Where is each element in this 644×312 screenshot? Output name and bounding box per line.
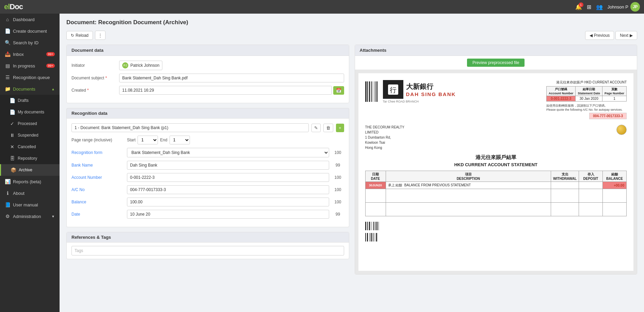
- recognition-queue-icon: ☰: [5, 75, 10, 80]
- sidebar-item-drafts[interactable]: 📄 Drafts: [0, 95, 60, 106]
- bank-mid: THE DECORUM REALTY LIMITED 1 Dumbarton R…: [365, 125, 627, 150]
- sidebar-item-administration[interactable]: ⚙ Administration ▼: [0, 210, 60, 222]
- sidebar-item-cancelled[interactable]: ✕ Cancelled: [0, 141, 60, 153]
- initiator-badge[interactable]: PJ Patrick Johnson: [119, 61, 162, 70]
- administration-icon: ⚙: [5, 214, 10, 219]
- inbox-badge: 99+: [46, 52, 55, 56]
- attachments-header: Attachments: [355, 45, 637, 56]
- ac-no-input[interactable]: [127, 185, 329, 194]
- sidebar-item-in-progress[interactable]: ▤ In progress 99+: [0, 60, 60, 72]
- drafts-icon: 📄: [10, 98, 15, 103]
- sidebar-label-repository: Repository: [18, 156, 37, 161]
- sidebar-item-inbox[interactable]: 📥 Inbox 99+: [0, 48, 60, 60]
- add-icon: +: [339, 125, 341, 130]
- sidebar-item-search-by-id[interactable]: 🔍 Search by ID: [0, 37, 60, 48]
- sidebar-item-my-documents[interactable]: 📄 My documents: [0, 106, 60, 118]
- account-table: 戶口號碼Account Number 結單日期Statement Date 頁數…: [546, 86, 627, 102]
- bank-logo-box: 行: [383, 80, 403, 99]
- document-subject-label: Document subject *: [71, 76, 116, 80]
- created-row: Created * 📅: [71, 86, 344, 95]
- initiator-row: Initiator PJ Patrick Johnson: [71, 61, 344, 70]
- recognition-add-button[interactable]: +: [336, 124, 344, 132]
- references-header: References & Tags: [67, 232, 349, 243]
- page-start-select[interactable]: 1: [138, 136, 158, 144]
- statement-title-zh: 港元往來賬戶結單: [365, 154, 627, 161]
- recognition-form-row: Recognition form Bank Statement_Dah Sing…: [71, 148, 344, 157]
- documents-icon: 📁: [5, 86, 10, 92]
- recognition-edit-button[interactable]: ✎: [311, 124, 321, 132]
- sidebar-item-dashboard[interactable]: ⌂ Dashboard: [0, 14, 60, 25]
- sidebar-label-user-manual: User manual: [13, 202, 38, 207]
- bank-name-input[interactable]: [127, 161, 329, 170]
- repository-icon: 🗄: [10, 156, 15, 161]
- initiator-avatar: PJ: [122, 62, 128, 68]
- archive-icon: 📦: [11, 167, 16, 173]
- page-end-select[interactable]: 1: [170, 136, 190, 144]
- sidebar-item-create-document[interactable]: 📄 Create document: [0, 25, 60, 37]
- references-body: [67, 243, 349, 259]
- grid-button[interactable]: ⊞: [587, 4, 591, 10]
- autopay-acno: 004-777-0017333-3: [589, 113, 627, 119]
- sidebar-item-about[interactable]: ℹ About: [0, 187, 60, 199]
- preview-preprocessed-button[interactable]: Preview preprocessed file: [467, 59, 525, 67]
- sidebar-item-repository[interactable]: 🗄 Repository: [0, 153, 60, 164]
- user-avatar: JP: [630, 2, 640, 12]
- inbox-icon: 📥: [5, 51, 10, 57]
- previous-button[interactable]: ◀ Previous: [585, 31, 614, 40]
- references-section: References & Tags: [66, 232, 349, 259]
- notification-button[interactable]: 🔔 1: [575, 4, 582, 10]
- dashboard-icon: ⌂: [5, 17, 10, 22]
- date-row: Date 99: [71, 210, 344, 219]
- user-info: Johnson P JP: [608, 2, 640, 12]
- page-end-label: End: [160, 138, 167, 142]
- tags-select[interactable]: [71, 246, 344, 255]
- sidebar-item-archive[interactable]: 📦 Archive: [0, 164, 60, 176]
- bank-document: 行 大新銀行 DAH SING BANK Tar Chee ROA: [358, 73, 634, 271]
- recognition-document-select[interactable]: 1 - Document: Bank Statement_Dah Sing Ba…: [71, 123, 309, 132]
- recognition-form-label: Recognition form: [71, 150, 124, 155]
- delete-icon: 🗑: [326, 125, 331, 130]
- sidebar-item-reports[interactable]: 📊 Reports (beta): [0, 176, 60, 187]
- sidebar-item-user-manual[interactable]: 📘 User manual: [0, 199, 60, 210]
- next-button[interactable]: Next ▶: [615, 31, 637, 40]
- page-number-cell: 1: [602, 96, 626, 102]
- address-block: THE DECORUM REALTY LIMITED 1 Dumbarton R…: [365, 125, 404, 150]
- page-range-inner: Start 1 End 1: [127, 136, 344, 144]
- sidebar-item-processed[interactable]: ✓ Processed: [0, 118, 60, 129]
- topnav: elDoc 🔔 1 ⊞ 👥 Johnson P JP: [0, 0, 644, 14]
- calendar-button[interactable]: 📅: [333, 86, 344, 95]
- sidebar-item-suspended[interactable]: ⏸ Suspended: [0, 129, 60, 141]
- sidebar-label-archive: Archive: [19, 168, 32, 172]
- sidebar-item-recognition-queue[interactable]: ☰ Recognition queue: [0, 72, 60, 83]
- prev-icon: ◀: [590, 33, 593, 38]
- bank-name-zh: 大新銀行: [406, 82, 456, 91]
- sidebar-label-cancelled: Cancelled: [18, 144, 36, 149]
- page-title: Document: Recognition Document (Archive): [66, 19, 637, 26]
- left-barcode: [365, 81, 377, 102]
- sidebar-item-documents[interactable]: 📁 Documents ▲: [0, 83, 60, 95]
- date-label: Date: [71, 212, 124, 217]
- created-date-input[interactable]: [119, 86, 332, 95]
- date-input[interactable]: [127, 210, 329, 219]
- users-button[interactable]: 👥: [596, 4, 603, 10]
- reports-icon: 📊: [5, 179, 10, 184]
- administration-chevron-icon: ▼: [51, 215, 55, 218]
- account-number-cell: 0-001-2222-3: [546, 96, 576, 102]
- logo-prefix: el: [4, 2, 10, 11]
- recognition-delete-button[interactable]: 🗑: [323, 124, 333, 132]
- more-options-button[interactable]: ⋮: [95, 31, 106, 40]
- logo-suffix: Doc: [10, 2, 23, 11]
- balance-input[interactable]: [127, 198, 329, 206]
- bank-branch: Tar Chee ROAD BRANCH: [383, 100, 419, 103]
- recognition-form-select[interactable]: Bank Statement_Dah Sing Bank: [127, 148, 329, 157]
- left-panel: Document data Initiator PJ Patrick Johns…: [66, 45, 349, 275]
- sidebar-label-create-document: Create document: [13, 29, 47, 34]
- document-data-header: Document data: [67, 45, 349, 56]
- my-documents-icon: 📄: [10, 109, 15, 115]
- account-number-label: Account Number: [71, 175, 124, 180]
- reload-button[interactable]: ↻ Reload: [66, 31, 93, 40]
- bank-logo: 行 大新銀行 DAH SING BANK Tar Chee ROA: [383, 80, 456, 103]
- account-number-input[interactable]: [127, 173, 329, 182]
- document-subject-input[interactable]: [119, 74, 344, 82]
- account-number-row: Account Number 100: [71, 173, 344, 182]
